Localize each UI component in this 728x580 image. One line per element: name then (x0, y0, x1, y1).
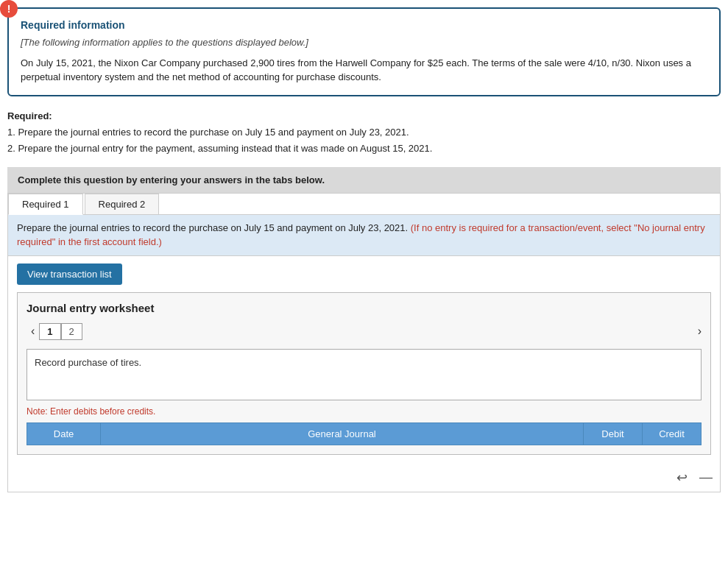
entry-note: Note: Enter debits before credits. (26, 406, 702, 417)
view-transaction-button[interactable]: View transaction list (17, 264, 122, 285)
col-credit: Credit (643, 422, 702, 445)
tab-required-1[interactable]: Required 1 (8, 194, 83, 215)
tabs-row: Required 1 Required 2 (8, 194, 720, 215)
page-2-button[interactable]: 2 (61, 323, 82, 340)
undo-icon[interactable]: ↩ (676, 470, 688, 486)
instruction-bar: Prepare the journal entries to record th… (8, 215, 720, 256)
col-general-journal: General Journal (101, 422, 584, 445)
journal-table: Date General Journal Debit Credit (26, 422, 702, 445)
instruction-main: Prepare the journal entries to record th… (17, 222, 411, 233)
record-note-text: Record purchase of tires. (35, 357, 141, 368)
required-heading: Required: (7, 110, 52, 121)
next-page-button[interactable]: › (698, 325, 702, 338)
more-icon[interactable]: — (699, 470, 713, 485)
record-note-box: Record purchase of tires. (26, 349, 702, 400)
info-body: On July 15, 2021, the Nixon Car Company … (21, 56, 707, 85)
col-debit: Debit (584, 422, 643, 445)
tab-required-2[interactable]: Required 2 (85, 194, 160, 214)
journal-entry-worksheet: Journal entry worksheet ‹ 1 2 › Record p… (17, 292, 711, 455)
page-1-button[interactable]: 1 (39, 323, 60, 340)
info-box: ! Required information [The following in… (7, 7, 721, 96)
info-title: Required information (21, 19, 707, 31)
worksheet-title: Journal entry worksheet (26, 302, 702, 314)
required-section: Required: 1. Prepare the journal entries… (7, 108, 721, 157)
tabs-container: Required 1 Required 2 Prepare the journa… (7, 193, 721, 492)
page-nav: ‹ 1 2 › (26, 323, 702, 340)
prev-page-button[interactable]: ‹ (26, 323, 39, 339)
info-icon: ! (0, 0, 18, 18)
col-date: Date (27, 422, 101, 445)
complete-box: Complete this question by entering your … (7, 167, 721, 193)
bottom-nav: ↩ — (8, 464, 720, 492)
info-subtitle: [The following information applies to th… (21, 35, 707, 50)
required-item-2: 2. Prepare the journal entry for the pay… (7, 141, 721, 157)
required-item-1: 1. Prepare the journal entries to record… (7, 124, 721, 141)
